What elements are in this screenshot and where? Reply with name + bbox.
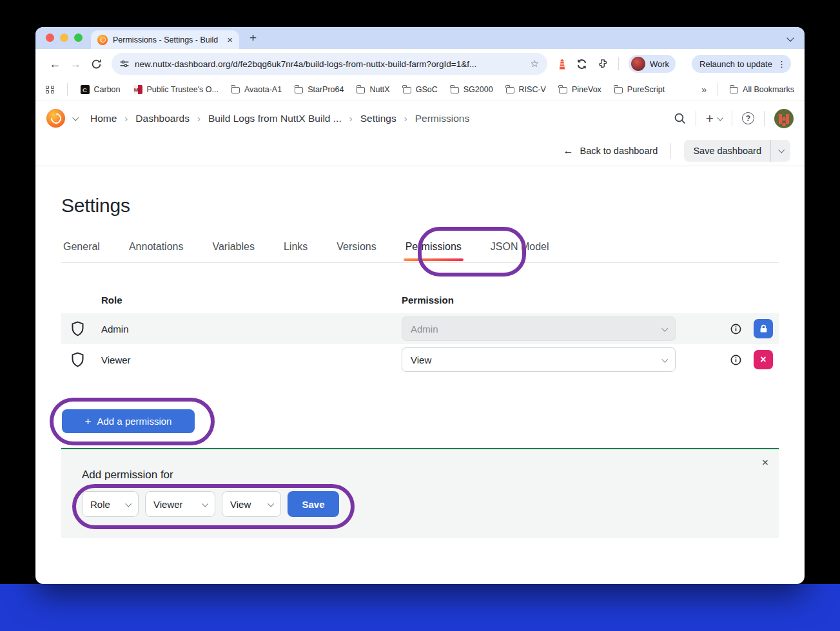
folder-icon bbox=[231, 87, 240, 93]
apps-grid-icon[interactable] bbox=[46, 86, 54, 94]
new-tab-button[interactable]: + bbox=[249, 31, 257, 45]
breadcrumb-dashboards[interactable]: Dashboards bbox=[135, 113, 190, 124]
target-type-select[interactable]: Role bbox=[82, 491, 139, 517]
add-permission-button[interactable]: + Add a permission bbox=[62, 409, 195, 433]
chevron-down-icon bbox=[125, 500, 132, 507]
org-switcher-chevron-icon[interactable] bbox=[72, 115, 79, 121]
bookmark-folder[interactable]: RISC-V bbox=[506, 85, 546, 94]
bookmark-folder[interactable]: GSoC bbox=[403, 85, 438, 94]
browser-tab-strip: Permissions - Settings - Build × + bbox=[35, 27, 805, 49]
bookmark-item[interactable]: CCarbon bbox=[81, 85, 121, 94]
all-bookmarks-button[interactable]: All Bookmarks bbox=[730, 85, 794, 94]
bookmark-folder[interactable]: SG2000 bbox=[451, 85, 493, 94]
browser-menu-icon[interactable]: ⋮ bbox=[777, 59, 786, 69]
permission-level-value: View bbox=[230, 499, 251, 510]
folder-icon bbox=[730, 87, 738, 93]
save-dashboard-button[interactable]: Save dashboard bbox=[684, 140, 790, 162]
locked-permission-button bbox=[754, 319, 773, 338]
chevron-down-icon bbox=[717, 115, 723, 121]
save-options-chevron-icon[interactable] bbox=[771, 148, 790, 153]
close-window-button[interactable] bbox=[46, 34, 54, 42]
site-settings-icon[interactable] bbox=[120, 59, 129, 68]
tab-annotations[interactable]: Annotations bbox=[127, 237, 186, 262]
save-dashboard-label: Save dashboard bbox=[684, 146, 770, 156]
lighthouse-extension-icon[interactable] bbox=[558, 59, 567, 70]
sync-extension-icon[interactable] bbox=[576, 59, 587, 70]
profile-chip[interactable]: Work bbox=[629, 55, 676, 73]
bookmark-folder[interactable]: StarPro64 bbox=[295, 85, 344, 94]
chevron-down-icon bbox=[661, 356, 668, 362]
bookmark-folder[interactable]: PineVox bbox=[559, 85, 601, 94]
close-icon[interactable]: × bbox=[762, 457, 768, 468]
role-column-header: Role bbox=[101, 295, 402, 306]
relaunch-to-update-button[interactable]: Relaunch to update ⋮ bbox=[692, 55, 791, 73]
tab-variables[interactable]: Variables bbox=[210, 237, 257, 262]
reload-button[interactable] bbox=[86, 59, 106, 70]
role-name: Viewer bbox=[61, 354, 402, 365]
minimize-window-button[interactable] bbox=[60, 34, 68, 42]
permission-column-header: Permission bbox=[402, 295, 454, 306]
folder-icon bbox=[295, 87, 303, 93]
bookmarks-bar: CCarbon MLPublic Trustee's O... Avaota-A… bbox=[35, 79, 805, 101]
url-text: new.nuttx-dashboard.org/d/fe2bqg6uk7nr4a… bbox=[135, 59, 525, 69]
folder-icon bbox=[451, 87, 459, 93]
forward-button: → bbox=[65, 57, 86, 71]
breadcrumb-dashboard-name[interactable]: Build Logs from NuttX Build ... bbox=[208, 113, 342, 124]
tab-json-model[interactable]: JSON Model bbox=[489, 237, 551, 262]
actions-separator bbox=[670, 143, 671, 159]
user-avatar[interactable] bbox=[774, 109, 794, 128]
back-to-dashboard-label: Back to dashboard bbox=[580, 146, 658, 156]
permission-select[interactable]: View bbox=[402, 347, 676, 372]
grafana-logo-icon[interactable] bbox=[46, 109, 65, 128]
permission-level-select[interactable]: View bbox=[222, 491, 281, 517]
add-menu-button[interactable]: + bbox=[706, 112, 722, 125]
tab-versions[interactable]: Versions bbox=[335, 237, 378, 262]
tab-permissions[interactable]: Permissions bbox=[404, 237, 464, 262]
relaunch-label: Relaunch to update bbox=[699, 59, 772, 69]
remove-permission-button[interactable]: × bbox=[754, 350, 773, 369]
breadcrumb-settings[interactable]: Settings bbox=[360, 113, 396, 124]
folder-icon bbox=[614, 87, 623, 93]
carbon-icon: C bbox=[81, 85, 90, 94]
breadcrumb-home[interactable]: Home bbox=[90, 113, 117, 124]
search-icon[interactable] bbox=[674, 112, 686, 124]
panel-title: Add permission for bbox=[82, 469, 758, 484]
tab-search-chevron-icon[interactable] bbox=[786, 34, 794, 41]
info-icon[interactable] bbox=[730, 324, 741, 335]
arrow-left-icon: ← bbox=[563, 145, 573, 157]
add-permission-panel: × Add permission for Role Viewer View Sa… bbox=[61, 448, 779, 538]
chevron-down-icon bbox=[202, 500, 208, 507]
chevron-down-icon bbox=[661, 325, 668, 331]
browser-tab[interactable]: Permissions - Settings - Build × bbox=[91, 30, 239, 49]
assignee-select[interactable]: Viewer bbox=[145, 491, 215, 517]
extensions-area: Work Relaunch to update ⋮ bbox=[558, 55, 791, 73]
help-icon[interactable]: ? bbox=[742, 112, 754, 124]
profile-label: Work bbox=[650, 59, 669, 69]
settings-tabs: General Annotations Variables Links Vers… bbox=[61, 237, 779, 263]
permissions-table: Role Permission Admin Admin bbox=[61, 287, 779, 375]
tab-close-icon[interactable]: × bbox=[227, 35, 233, 44]
permission-select-value: View bbox=[411, 354, 431, 365]
bookmark-folder[interactable]: NuttX bbox=[357, 85, 389, 94]
bookmark-item[interactable]: MLPublic Trustee's O... bbox=[133, 85, 219, 94]
bookmark-folder[interactable]: PureScript bbox=[614, 85, 665, 94]
back-to-dashboard-button[interactable]: ← Back to dashboard bbox=[563, 145, 658, 157]
bookmark-star-icon[interactable]: ☆ bbox=[531, 58, 539, 70]
role-name: Admin bbox=[61, 324, 402, 335]
bookmarks-separator bbox=[718, 83, 718, 96]
url-bar[interactable]: new.nuttx-dashboard.org/d/fe2bqg6uk7nr4a… bbox=[112, 53, 547, 75]
tab-title: Permissions - Settings - Build bbox=[113, 35, 222, 44]
extensions-puzzle-icon[interactable] bbox=[597, 58, 609, 70]
zoom-window-button[interactable] bbox=[74, 34, 83, 42]
browser-window: Permissions - Settings - Build × + ← → n… bbox=[35, 27, 805, 584]
tab-links[interactable]: Links bbox=[282, 237, 309, 262]
chevron-down-icon bbox=[268, 500, 274, 507]
window-controls bbox=[46, 34, 83, 42]
grafana-favicon-icon bbox=[97, 35, 108, 45]
info-icon[interactable] bbox=[730, 354, 741, 365]
back-button[interactable]: ← bbox=[44, 57, 65, 71]
bookmark-folder[interactable]: Avaota-A1 bbox=[231, 85, 282, 94]
tab-general[interactable]: General bbox=[61, 237, 102, 262]
save-button[interactable]: Save bbox=[288, 491, 339, 517]
bookmarks-overflow-button[interactable]: » bbox=[701, 84, 706, 95]
